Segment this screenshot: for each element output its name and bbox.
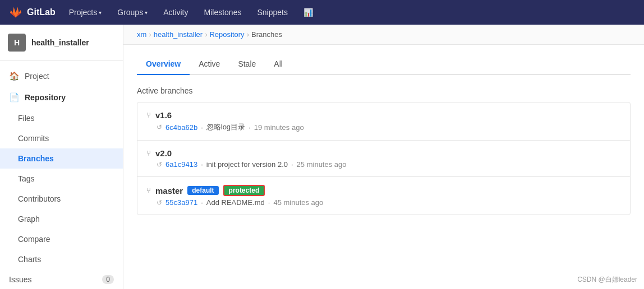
breadcrumb-sep-2: › [205, 30, 207, 39]
branch-item-master: ⑂ master default protected ↺ 55c3a971 · … [137, 177, 630, 215]
branch-commit-row-v1.6: ↺ 6c4ba62b · 忽略log目录 · 19 minutes ago [146, 122, 621, 132]
file-icon: 📄 [9, 92, 19, 102]
sidebar-item-branches[interactable]: Branches [0, 148, 123, 169]
branch-name-row-v2.0: ⑂ v2.0 [146, 148, 621, 158]
sidebar-item-branches-label: Branches [18, 154, 54, 163]
nav-snippets[interactable]: Snippets [255, 6, 289, 19]
commit-time-v2.0: 25 minutes ago [297, 160, 347, 169]
commit-message-v2.0: init project for version 2.0 [206, 160, 288, 169]
nav-stats-icon[interactable]: 📊 [301, 6, 315, 19]
nav-milestones[interactable]: Milestones [202, 6, 244, 19]
sidebar-item-files[interactable]: Files [0, 108, 123, 128]
sidebar-item-project[interactable]: 🏠 Project [0, 66, 123, 87]
tab-all[interactable]: All [265, 54, 292, 75]
sidebar-item-charts-label: Charts [18, 255, 41, 264]
breadcrumb-sep-1: › [149, 30, 151, 39]
branch-list: ⑂ v1.6 ↺ 6c4ba62b · 忽略log目录 · 19 minutes… [137, 102, 631, 215]
nav-projects[interactable]: Projects ▾ [67, 6, 104, 19]
top-navbar: GitLab Projects ▾ Groups ▾ Activity Mile… [0, 0, 644, 25]
sidebar-item-project-label: Project [25, 72, 49, 81]
breadcrumb-xm[interactable]: xm [137, 30, 146, 39]
brand[interactable]: GitLab [9, 6, 56, 19]
badge-default-master: default [187, 186, 218, 195]
main-content: xm › health_installer › Repository › Bra… [123, 25, 644, 289]
branch-name-row-master: ⑂ master default protected [146, 185, 621, 196]
sidebar-item-commits-label: Commits [18, 134, 49, 143]
branch-name-master: master [155, 186, 183, 195]
sidebar-item-issues[interactable]: Issues 0 [0, 269, 123, 289]
sidebar-item-tags-label: Tags [18, 174, 35, 183]
avatar: H [8, 34, 26, 52]
breadcrumb-project[interactable]: health_installer [154, 30, 203, 39]
commit-message-v1.6: 忽略log目录 [206, 122, 245, 132]
sidebar-item-repository[interactable]: 📄 Repository [0, 87, 123, 108]
nav-groups[interactable]: Groups ▾ [115, 6, 150, 19]
sidebar-item-commits[interactable]: Commits [0, 128, 123, 148]
breadcrumb-sep-3: › [247, 30, 249, 39]
commit-dot2-v2.0: · [291, 160, 293, 169]
sidebar-nav: 🏠 Project 📄 Repository Files Commits Bra… [0, 61, 123, 289]
sidebar-item-contributors-label: Contributors [18, 194, 61, 203]
commit-icon-v1.6: ↺ [157, 123, 162, 131]
sidebar-item-files-label: Files [18, 114, 35, 123]
branch-icon-master: ⑂ [146, 187, 151, 195]
sidebar-project: H health_installer [0, 25, 123, 61]
branch-tabs: Overview Active Stale All [137, 54, 631, 75]
breadcrumb-repository[interactable]: Repository [209, 30, 244, 39]
branch-name-v1.6: v1.6 [155, 110, 172, 120]
tab-overview[interactable]: Overview [137, 54, 190, 75]
branch-item-v2.0: ⑂ v2.0 ↺ 6a1c9413 · init project for ver… [137, 141, 630, 177]
sidebar-item-tags[interactable]: Tags [0, 169, 123, 189]
section-title: Active branches [137, 86, 631, 95]
branch-commit-row-master: ↺ 55c3a971 · Add README.md · 45 minutes … [146, 198, 621, 207]
commit-dot-v2.0: · [201, 160, 203, 169]
sidebar-item-compare-label: Compare [18, 235, 50, 244]
sidebar-item-graph[interactable]: Graph [0, 209, 123, 229]
commit-icon-v2.0: ↺ [157, 161, 162, 169]
commit-hash-v2.0[interactable]: 6a1c9413 [165, 160, 197, 169]
commit-time-master: 45 minutes ago [273, 198, 323, 207]
commit-icon-master: ↺ [157, 199, 162, 207]
page-content: Overview Active Stale All Active branche… [123, 45, 644, 224]
breadcrumb: xm › health_installer › Repository › Bra… [123, 25, 644, 45]
commit-time-v1.6: 19 minutes ago [254, 123, 304, 132]
branch-name-v2.0: v2.0 [155, 148, 172, 158]
branch-icon-v1.6: ⑂ [146, 111, 151, 119]
commit-hash-master[interactable]: 55c3a971 [165, 198, 197, 207]
branch-item-v1.6: ⑂ v1.6 ↺ 6c4ba62b · 忽略log目录 · 19 minutes… [137, 102, 630, 141]
commit-dot2-master: · [268, 198, 270, 207]
tab-active[interactable]: Active [190, 54, 229, 75]
app-layout: H health_installer 🏠 Project 📄 Repositor… [0, 25, 644, 289]
projects-arrow-icon: ▾ [99, 10, 102, 16]
commit-dot-master: · [201, 198, 203, 207]
brand-label: GitLab [27, 7, 56, 17]
commit-hash-v1.6[interactable]: 6c4ba62b [165, 123, 197, 132]
branch-commit-row-v2.0: ↺ 6a1c9413 · init project for version 2.… [146, 160, 621, 169]
groups-arrow-icon: ▾ [145, 10, 148, 16]
branch-name-row-v1.6: ⑂ v1.6 [146, 110, 621, 120]
watermark: CSDN @白嫖leader [577, 275, 637, 285]
commit-msg-v1.6: · [201, 123, 203, 132]
breadcrumb-current: Branches [251, 30, 282, 39]
sidebar-item-contributors[interactable]: Contributors [0, 189, 123, 209]
issues-badge: 0 [102, 275, 114, 284]
sidebar-project-name: health_installer [31, 38, 89, 47]
nav-activity[interactable]: Activity [161, 6, 190, 19]
home-icon: 🏠 [9, 71, 19, 81]
sidebar-item-issues-label: Issues [9, 275, 31, 284]
sidebar: H health_installer 🏠 Project 📄 Repositor… [0, 25, 123, 289]
branch-icon-v2.0: ⑂ [146, 149, 151, 157]
sidebar-item-charts[interactable]: Charts [0, 249, 123, 269]
commit-message-master: Add README.md [206, 198, 265, 207]
badge-protected-master: protected [223, 185, 265, 196]
tab-stale[interactable]: Stale [229, 54, 265, 75]
sidebar-item-compare[interactable]: Compare [0, 229, 123, 249]
gitlab-logo-icon [9, 6, 22, 19]
sidebar-item-repository-label: Repository [25, 93, 66, 102]
sidebar-item-graph-label: Graph [18, 215, 40, 223]
commit-dot-v1.6: · [249, 123, 251, 132]
